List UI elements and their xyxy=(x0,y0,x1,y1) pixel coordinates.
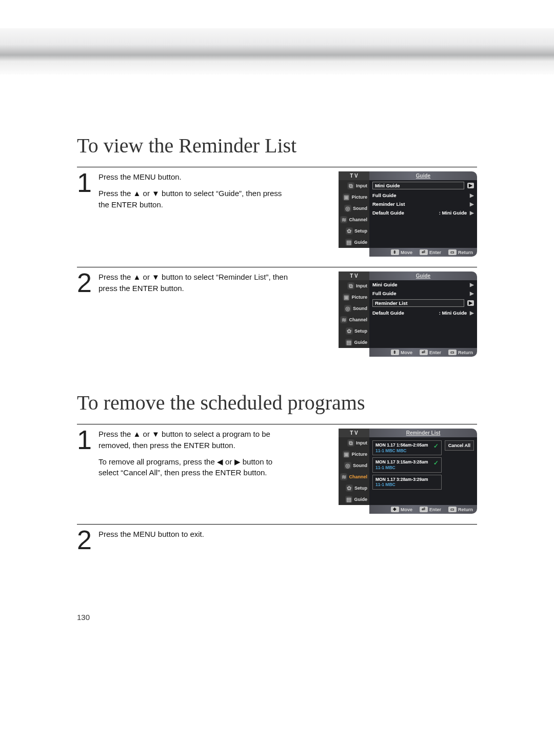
sidebar-item-input: ⧉Input xyxy=(339,180,369,191)
check-icon: ✓ xyxy=(433,442,439,450)
sidebar-item-sound: ◎Sound xyxy=(339,460,369,471)
osd-main: Mini Guide▶ Full Guide▶ Reminder List▶ D… xyxy=(369,280,477,348)
osd-tv-label: T V xyxy=(339,171,369,180)
sidebar-item-sound: ◎Sound xyxy=(339,303,369,314)
osd-footer: ⇕Move ⏎Enter ▭Return xyxy=(369,348,477,357)
step-number: 2 xyxy=(77,527,98,553)
step-line: Press the MENU button to exit. xyxy=(98,529,288,540)
page-number: 130 xyxy=(77,613,90,622)
osd-sidebar: ⧉Input ▣Picture ◎Sound ≋Channel ✿Setup ▤… xyxy=(339,280,369,348)
setup-icon: ✿ xyxy=(346,484,353,492)
input-icon: ⧉ xyxy=(347,182,354,189)
osd-guide-reminderlist: T V Guide ⧉Input ▣Picture ◎Sound ≋Channe… xyxy=(339,272,477,357)
osd-option-fullguide: Full Guide▶ xyxy=(369,191,477,200)
osd-reminderlist: T V Reminder List ⧉Input ▣Picture ◎Sound… xyxy=(339,429,477,514)
osd-option-fullguide: Full Guide▶ xyxy=(369,289,477,298)
step-text: Press the MENU button to exit. xyxy=(98,529,288,545)
picture-icon: ▣ xyxy=(343,193,350,201)
check-icon: ✓ xyxy=(433,459,439,467)
step-line: Press the ▲ or ▼ button to select a prog… xyxy=(98,429,288,451)
move-updown-icon: ⇕ xyxy=(391,249,399,255)
step-line: To remove all programs, press the ◀ or ▶… xyxy=(98,456,288,479)
footer-move: ⇕Move xyxy=(391,350,412,355)
section2-step2: 2 Press the MENU button to exit. xyxy=(77,525,477,553)
osd-tv-label: T V xyxy=(339,272,369,280)
reminder-item: MON 1.17 3:15am-3:28am 11-1 MBC ✓ xyxy=(372,457,442,472)
sidebar-item-picture: ▣Picture xyxy=(339,191,369,203)
step-line: Press the ▲ or ▼ button to select “Remin… xyxy=(98,272,288,294)
osd-option-miniguide: Mini Guide▶ xyxy=(369,280,477,289)
page-content: To view the Reminder List 1 Press the ME… xyxy=(77,133,477,553)
sidebar-item-sound: ◎Sound xyxy=(339,203,369,214)
cancel-all-button: Cancel All xyxy=(445,440,474,451)
enter-icon: ⏎ xyxy=(420,350,428,355)
step-line: Press the MENU button. xyxy=(98,171,288,183)
sidebar-item-input: ⧉Input xyxy=(339,280,369,292)
sidebar-item-guide: ▤Guide xyxy=(339,337,369,348)
osd-option-defaultguide: Default Guide: Mini Guide▶ xyxy=(369,308,477,317)
sidebar-item-setup: ✿Setup xyxy=(339,325,369,337)
setup-icon: ✿ xyxy=(346,227,353,235)
reminder-item: MON 1.17 1:56am-2:05am 11-1 MBC MBC ✓ xyxy=(372,440,442,455)
guide-icon: ▤ xyxy=(345,496,352,503)
footer-enter: ⏎Enter xyxy=(420,350,441,355)
section2-step1: 1 Press the ▲ or ▼ button to select a pr… xyxy=(77,424,477,525)
footer-move: ⇕Move xyxy=(391,249,412,255)
sidebar-item-setup: ✿Setup xyxy=(339,482,369,494)
sidebar-item-input: ⧉Input xyxy=(339,437,369,449)
step-number: 2 xyxy=(77,269,98,296)
step-line: Press the ▲ or ▼ button to select “Guide… xyxy=(98,188,288,210)
osd-main: Mini Guide▶ Full Guide▶ Reminder List▶ D… xyxy=(369,180,477,248)
sidebar-item-setup: ✿Setup xyxy=(339,225,369,237)
sidebar-item-guide: ▤Guide xyxy=(339,237,369,248)
step-text: Press the ▲ or ▼ button to select “Remin… xyxy=(98,272,288,299)
return-icon: ▭ xyxy=(448,249,457,255)
move-updown-icon: ⇕ xyxy=(391,350,399,355)
sidebar-item-channel: ≋Channel xyxy=(339,214,369,225)
sidebar-item-picture: ▣Picture xyxy=(339,292,369,303)
picture-icon: ▣ xyxy=(343,294,350,301)
osd-footer: ✥Move ⏎Enter ▭Return xyxy=(369,505,477,514)
osd-option-defaultguide: Default Guide: Mini Guide▶ xyxy=(369,208,477,217)
osd-option-reminderlist: Reminder List▶ xyxy=(369,298,477,308)
osd-title: Guide xyxy=(369,272,477,280)
osd-guide-miniguide: T V Guide ⧉Input ▣Picture ◎Sound ≋Channe… xyxy=(339,171,477,257)
enter-icon: ⏎ xyxy=(420,507,428,512)
sidebar-item-channel: ≋Channel xyxy=(339,471,369,482)
section2-title: To remove the scheduled programs xyxy=(77,391,477,415)
channel-icon: ≋ xyxy=(340,216,347,223)
enter-icon: ⏎ xyxy=(420,249,428,255)
setup-icon: ✿ xyxy=(346,327,353,335)
sound-icon: ◎ xyxy=(344,305,351,312)
input-icon: ⧉ xyxy=(347,282,354,289)
section1-step1: 1 Press the MENU button. Press the ▲ or … xyxy=(77,167,477,267)
sidebar-item-picture: ▣Picture xyxy=(339,449,369,460)
footer-enter: ⏎Enter xyxy=(420,249,441,255)
sidebar-item-guide: ▤Guide xyxy=(339,494,369,505)
return-icon: ▭ xyxy=(448,507,457,512)
osd-sidebar: ⧉Input ▣Picture ◎Sound ≋Channel ✿Setup ▤… xyxy=(339,180,369,248)
input-icon: ⧉ xyxy=(347,439,354,447)
osd-main: MON 1.17 1:56am-2:05am 11-1 MBC MBC ✓ MO… xyxy=(369,437,477,505)
sound-icon: ◎ xyxy=(344,462,351,469)
step-number: 1 xyxy=(77,427,98,453)
reminder-item: MON 1.17 3:28am-3:29am 11-1 MBC xyxy=(372,475,442,490)
footer-return: ▭Return xyxy=(448,249,473,255)
top-banner xyxy=(0,28,554,74)
guide-icon: ▤ xyxy=(345,339,352,346)
osd-option-reminderlist: Reminder List▶ xyxy=(369,200,477,208)
osd-option-miniguide: Mini Guide▶ xyxy=(369,180,477,191)
guide-icon: ▤ xyxy=(345,239,352,246)
picture-icon: ▣ xyxy=(343,451,350,458)
step-number: 1 xyxy=(77,169,98,196)
move-4way-icon: ✥ xyxy=(391,507,399,512)
footer-enter: ⏎Enter xyxy=(420,507,441,512)
step-text: Press the ▲ or ▼ button to select a prog… xyxy=(98,429,288,483)
section1-title: To view the Reminder List xyxy=(77,133,477,158)
section1-step2: 2 Press the ▲ or ▼ button to select “Rem… xyxy=(77,267,477,367)
osd-title: Reminder List xyxy=(369,429,477,437)
osd-footer: ⇕Move ⏎Enter ▭Return xyxy=(369,248,477,257)
return-icon: ▭ xyxy=(448,350,457,355)
sidebar-item-channel: ≋Channel xyxy=(339,314,369,325)
footer-move: ✥Move xyxy=(391,507,412,512)
